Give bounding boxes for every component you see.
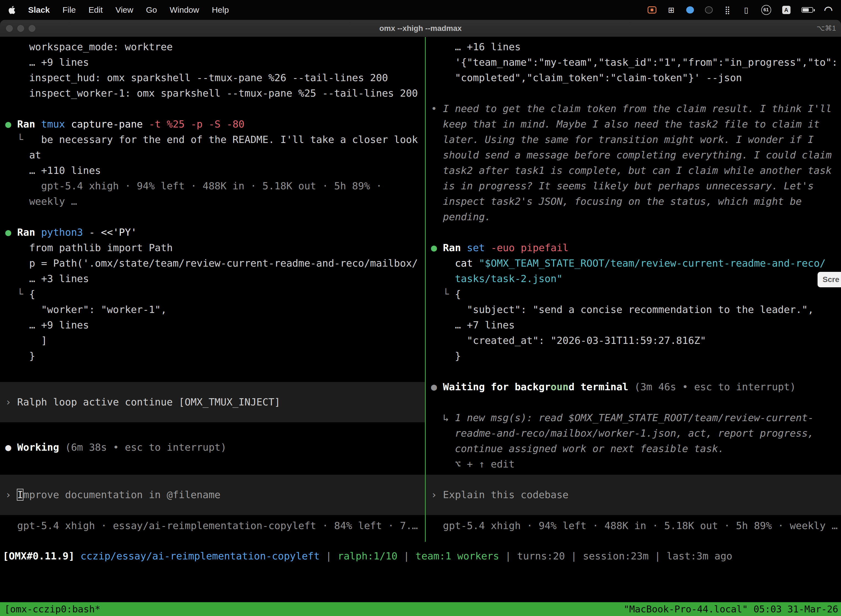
terminal-line: '{"team_name":"my-team","task_id":"1","f… [431, 55, 841, 70]
text-segment: … +16 lines [455, 41, 521, 53]
terminal-line [431, 364, 841, 379]
terminal-line: ↳ 1 new msg(s): read $OMX_TEAM_STATE_ROO… [431, 410, 841, 425]
text-segment: … +9 lines [29, 319, 89, 331]
battery-percentage-badge[interactable]: 61 [761, 5, 771, 15]
text-segment: keep that in mind. Maybe I also need the… [443, 119, 819, 130]
launchpad-icon[interactable]: ⣿ [724, 5, 731, 15]
text-segment: p = Path('.omx/state/team/review-current… [29, 258, 418, 269]
menu-bar-left: Slack FileEditViewGoWindowHelp [8, 5, 229, 15]
text-segment: -euo pipefail [491, 242, 568, 253]
minimize-window-button[interactable] [18, 25, 24, 32]
terminal-content: workspace_mode: worktree… +9 linesinspec… [0, 37, 841, 542]
menu-help[interactable]: Help [212, 5, 229, 15]
terminal-line: inspect task2's JSON, focusing on the st… [431, 194, 841, 209]
text-segment: pending. [443, 211, 491, 223]
text-segment: last:3m ago [667, 550, 732, 562]
text-segment: session:23m [583, 550, 648, 562]
terminal-line: p = Path('.omx/state/team/review-current… [5, 255, 425, 271]
terminal-line: ● Ran python3 - <<'PY' [5, 224, 425, 240]
terminal-line: keep that in mind. Maybe I also need the… [431, 116, 841, 132]
terminal-line: ] [5, 333, 425, 348]
desktop: Slack FileEditViewGoWindowHelp ⊞⣿▯61A◠ o… [0, 0, 841, 616]
raycast-icon[interactable] [686, 6, 694, 13]
text-segment: | [499, 550, 517, 562]
terminal-line: ● Waiting for background terminal (3m 46… [431, 379, 841, 395]
apple-menu-icon[interactable] [8, 6, 15, 14]
text-segment: inspect_worker-1: omx sparkshell --tmux-… [29, 88, 418, 99]
terminal-line: pending. [431, 209, 841, 224]
terminal-line: cat "$OMX_TEAM_STATE_ROOT/team/review-cu… [431, 255, 841, 271]
text-segment: "worker": "worker-1", [41, 304, 167, 315]
text-segment: └ [443, 288, 455, 300]
menu-edit[interactable]: Edit [89, 5, 103, 15]
window-title: omx --xhigh --madmax [0, 24, 841, 33]
screen-share-tooltip: Scre [818, 272, 841, 287]
text-segment: (6m 38s • esc to interrupt) [59, 441, 227, 453]
text-segment: | [320, 550, 338, 562]
composer-text: › Improve documentation in @filename [5, 487, 425, 503]
active-app-name[interactable]: Slack [28, 5, 50, 15]
menu-window[interactable]: Window [170, 5, 199, 15]
text-segment: › [5, 489, 17, 500]
battery-icon[interactable] [801, 7, 813, 13]
input-source-icon[interactable]: A [782, 6, 791, 14]
right-pane[interactable]: … +16 lines'{"team_name":"my-team","task… [426, 37, 841, 542]
text-segment: › [5, 396, 17, 408]
terminal-line: └ { [431, 286, 841, 302]
close-window-button[interactable] [6, 25, 13, 32]
terminal-line: from pathlib import Path [5, 240, 425, 255]
text-segment: readme-and-reco/mailbox/worker-1.json, a… [455, 427, 814, 439]
terminal-line: • I need to get the claim token from the… [431, 101, 841, 116]
terminal-line: } [5, 348, 425, 364]
text-segment: ● [5, 441, 17, 453]
menu-view[interactable]: View [115, 5, 133, 15]
screen-recording-icon[interactable] [648, 6, 656, 13]
text-segment: - <<'PY' [89, 227, 136, 238]
terminal-line: └ { [5, 286, 425, 302]
menu-go[interactable]: Go [146, 5, 157, 15]
text-segment: team:1 workers [416, 550, 499, 562]
left-composer-input[interactable]: › Improve documentation in @filename [0, 475, 425, 515]
text-segment: gpt-5.4 xhigh · essay/ai-reimplementatio… [17, 520, 418, 531]
text-segment: tasks/task-2.json" [455, 273, 563, 284]
terminal-line: ⌥ + ↑ edit [431, 456, 841, 472]
ghostty-icon[interactable] [705, 6, 713, 13]
right-composer-input[interactable]: › Explain this codebase [426, 475, 841, 515]
omx-status-line: [OMX#0.11.9] cczip/essay/ai-reimplementa… [0, 542, 841, 602]
text-segment: ● [431, 242, 443, 253]
text-segment: … +3 lines [29, 273, 89, 284]
text-segment: "subject": "send a concise recommendatio… [467, 304, 814, 315]
tmux-status-bar: [omx-cczip0:bash* "MacBook-Pro-44.local"… [0, 602, 841, 616]
terminal-line: … +7 lines [431, 317, 841, 333]
terminal-line: … +9 lines [5, 317, 425, 333]
text-segment: at [29, 149, 41, 161]
display-icon[interactable]: ▯ [743, 5, 750, 15]
terminal-line: at [5, 147, 425, 163]
text-segment: ] [41, 335, 47, 346]
model-usage-footer: gpt-5.4 xhigh · 94% left · 488K in · 5.1… [431, 518, 838, 534]
text-segment: › [431, 489, 443, 500]
keyboard-grid-icon[interactable]: ⊞ [667, 5, 675, 15]
text-segment: gpt-5.4 xhigh · 94% left · 488K in · 5.1… [443, 520, 837, 531]
text-segment: workspace_mode: worktree [29, 41, 173, 53]
zoom-window-button[interactable] [29, 25, 35, 32]
text-segment: "created_at": "2026-03-31T11:59:27.816Z" [467, 335, 706, 346]
ralph-loop-text: › Ralph loop active continue [OMX_TMUX_I… [5, 395, 425, 410]
window-titlebar[interactable]: omx --xhigh --madmax ⌥⌘1 [0, 20, 841, 37]
left-pane[interactable]: workspace_mode: worktree… +9 linesinspec… [0, 37, 425, 542]
text-segment: Explain this codebase [443, 489, 568, 500]
text-segment: Ran [443, 242, 467, 253]
text-segment: inspect task2's JSON, focusing on the st… [443, 196, 801, 207]
text-segment: Waiting for backgr [443, 381, 551, 392]
terminal-line: "subject": "send a concise recommendatio… [431, 302, 841, 317]
menu-file[interactable]: File [62, 5, 76, 15]
terminal-line [431, 224, 841, 240]
terminal-line: later. Using the same for transition mig… [431, 132, 841, 147]
terminal-line: inspect_worker-1: omx sparkshell --tmux-… [5, 85, 425, 101]
left-pane-footer: gpt-5.4 xhigh · essay/ai-reimplementatio… [5, 518, 418, 534]
text-segment: later. Using the same for transition mig… [443, 134, 814, 145]
left-scrollback: workspace_mode: worktree… +9 linesinspec… [5, 39, 425, 364]
text-segment: Ralph loop active continue [OMX_TMUX_INJ… [17, 396, 280, 408]
wifi-icon[interactable]: ◠ [824, 5, 833, 15]
text-segment: continue assigned work or next feasible … [455, 443, 724, 454]
